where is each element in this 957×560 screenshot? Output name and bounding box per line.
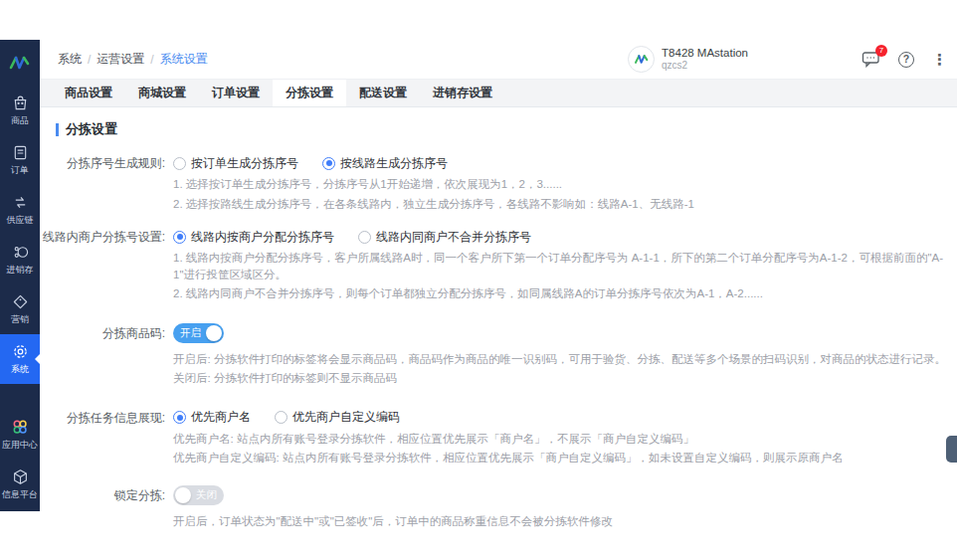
radio-option[interactable]: 线路内同商户不合并分拣序号 [358,229,531,246]
sidebar-item-supply-chain[interactable]: 供应链 [0,185,40,235]
apps-icon [11,418,29,436]
radio-option[interactable]: 按线路生成分拣序号 [322,155,448,172]
sidebar-item-label: 信息平台 [2,488,38,501]
sidebar-item-info-platform[interactable]: 信息平台 [0,460,40,509]
radio-unchecked-icon[interactable] [173,157,186,170]
logo-icon [8,55,32,71]
app-logo [0,40,40,86]
breadcrumb-item[interactable]: 系统 [58,51,82,68]
supply-chain-icon [12,194,29,211]
help-icon: ? [898,52,914,68]
radio-label: 线路内同商户不合并分拣序号 [376,229,531,246]
radio-checked-icon[interactable] [173,411,186,424]
breadcrumb-item[interactable]: 运营设置 [96,51,144,68]
radio-label: 线路内按商户分配分拣序号 [191,229,334,246]
form-row-sort-number-rule: 分拣序号生成规则: 按订单生成分拣序号 按线路生成分拣序号 1. 选择按订单生成… [40,153,957,212]
sidebar-item-label: 商品 [11,114,29,127]
gear-icon [12,343,29,360]
breadcrumb-item-current[interactable]: 系统设置 [160,51,208,68]
breadcrumb: 系统 / 运营设置 / 系统设置 [40,51,208,68]
product-code-toggle[interactable]: 开启 [173,323,224,343]
field-label: 分拣商品码: [40,323,165,387]
field-label: 分拣任务信息展现: [40,408,165,467]
bag-icon [12,94,29,111]
help-text: 1. 选择按订单生成分拣序号，分拣序号从1开始递增，依次展现为1，2，3....… [173,176,694,193]
tab-sorting-settings[interactable]: 分拣设置 [273,80,346,106]
form-row-lock-sorting: 锁定分拣: 关闭 开启后，订单状态为"配送中"或"已签收"后，订单中的商品称重信… [40,485,957,530]
toggle-knob [175,487,191,503]
radio-option[interactable]: 优先商户自定义编码 [275,409,400,426]
tab-mall-settings[interactable]: 商城设置 [125,80,199,106]
help-text: 关闭后: 分拣软件打印的标签则不显示商品码 [173,370,946,387]
toggle-label: 关闭 [191,488,222,502]
field-label: 分拣序号生成规则: [40,153,165,212]
tab-delivery-settings[interactable]: 配送设置 [346,80,420,106]
breadcrumb-separator: / [88,53,91,67]
help-button[interactable]: ? [898,52,914,68]
sidebar-item-system[interactable]: 系统 [0,334,40,384]
radio-option[interactable]: 优先商户名 [173,409,251,426]
section-title: 分拣设置 [66,120,117,138]
sidebar: 商品 订单 供应链 [0,40,40,511]
field-label: 锁定分拣: [40,485,165,530]
message-badge: 7 [875,45,887,57]
radio-option[interactable]: 按订单生成分拣序号 [173,155,298,172]
more-button[interactable]: ⋮ [932,51,947,69]
sidebar-item-label: 系统 [11,363,29,376]
account-name: T8428 MAstation [662,47,748,60]
tag-icon [12,293,29,310]
tab-inventory-settings[interactable]: 进销存设置 [420,80,505,106]
sidebar-item-products[interactable]: 商品 [0,86,40,135]
sidebar-item-label: 应用中心 [2,439,38,452]
tab-product-settings[interactable]: 商品设置 [52,80,125,106]
sidebar-item-marketing[interactable]: 营销 [0,284,40,334]
kebab-icon: ⋮ [932,51,947,69]
help-text: 2. 选择按路线生成分拣序号，在各条线路内，独立生成分拣序号，各线路不影响如：线… [173,196,694,213]
account-info[interactable]: T8428 MAstation qzcs2 [662,47,748,72]
sidebar-item-app-center[interactable]: 应用中心 [0,410,40,460]
help-text: 优先商户名: 站点内所有账号登录分拣软件，相应位置优先展示「商户名」，不展示「商… [173,431,843,448]
top-header: 系统 / 运营设置 / 系统设置 T8428 MAstation qzcs2 [40,40,957,80]
radio-label: 按订单生成分拣序号 [191,155,298,172]
account-logo [628,46,655,73]
sidebar-item-orders[interactable]: 订单 [0,135,40,185]
radio-label: 优先商户名 [191,409,251,426]
sidebar-item-label: 供应链 [7,214,34,227]
form-row-route-merchant-number: 线路内商户分拣号设置: 线路内按商户分配分拣序号 线路内同商户不合并分拣序号 1… [40,227,957,302]
settings-tabbar: 商品设置 商城设置 订单设置 分拣设置 配送设置 进销存设置 [40,80,957,107]
field-label: 线路内商户分拣号设置: [40,227,165,302]
inventory-icon [12,244,29,261]
toggle-knob [206,325,222,341]
toggle-label: 开启 [175,326,206,340]
radio-option[interactable]: 线路内按商户分配分拣序号 [173,229,334,246]
sidebar-item-label: 营销 [11,313,29,326]
help-text: 优先商户自定义编码: 站点内所有账号登录分拣软件，相应位置优先展示「商户自定义编… [173,450,843,467]
order-icon [12,144,29,161]
app-window: 商品 订单 供应链 [0,40,957,560]
account-subname: qzcs2 [662,60,748,72]
radio-label: 优先商户自定义编码 [292,409,400,426]
form-row-task-info-display: 分拣任务信息展现: 优先商户名 优先商户自定义编码 优先商户名: 站点内所有账号… [40,408,957,467]
sidebar-item-label: 订单 [11,164,29,177]
radio-checked-icon[interactable] [173,231,186,244]
lock-sorting-toggle[interactable]: 关闭 [173,485,224,505]
sidebar-item-inventory[interactable]: 进销存 [0,235,40,284]
section-accent-bar [56,123,59,136]
section-header: 分拣设置 [56,120,957,138]
help-text: 开启后，订单状态为"配送中"或"已签收"后，订单中的商品称重信息不会被分拣软件修… [173,513,613,530]
form-row-product-code: 分拣商品码: 开启 开启后: 分拣软件打印的标签将会显示商品码，商品码作为商品的… [40,323,957,387]
cube-icon [12,468,29,485]
messages-button[interactable]: 7 [861,51,880,68]
radio-label: 按线路生成分拣序号 [340,155,448,172]
tab-order-settings[interactable]: 订单设置 [199,80,273,106]
help-text: 2. 线路内同商户不合并分拣序号，则每个订单都独立分配分拣序号，如同属线路A的订… [173,285,957,302]
radio-checked-icon[interactable] [322,157,335,170]
floating-widget-tab[interactable] [946,436,957,463]
help-text: 1. 线路内按商户分配分拣序号，客户所属线路A时，同一个客户所下第一个订单分配序… [173,250,957,282]
sidebar-item-label: 进销存 [7,264,34,277]
breadcrumb-separator: / [150,53,153,67]
radio-unchecked-icon[interactable] [275,411,287,424]
help-text: 开启后: 分拣软件打印的标签将会显示商品码，商品码作为商品的唯一识别码，可用于验… [173,351,946,368]
main-content: 分拣设置 分拣序号生成规则: 按订单生成分拣序号 按线路生成分拣序号 1. 选择… [40,107,957,560]
radio-unchecked-icon[interactable] [358,231,371,244]
